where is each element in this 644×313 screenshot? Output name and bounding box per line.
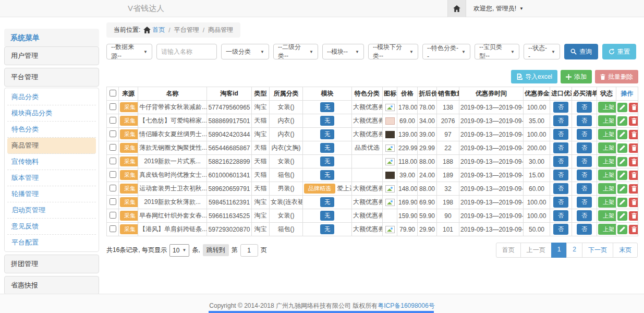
- batch-delete-button[interactable]: 批量删除: [595, 70, 638, 83]
- filter-select[interactable]: --模块--▼: [322, 44, 364, 59]
- status-button[interactable]: 上架: [598, 224, 616, 235]
- per-page-select[interactable]: 10 ▼: [169, 244, 189, 257]
- delete-button[interactable]: [629, 184, 638, 194]
- row-checkbox[interactable]: [110, 117, 116, 124]
- edit-button[interactable]: [617, 171, 627, 180]
- sidebar-group[interactable]: 省惠快报: [4, 276, 99, 295]
- data-source-select[interactable]: --数据来源-- ▼: [106, 44, 152, 59]
- sidebar-item[interactable]: 宣传物料: [7, 154, 96, 170]
- filter-select[interactable]: --特色分类--▼: [422, 44, 470, 59]
- delete-button[interactable]: [629, 198, 638, 207]
- sidebar-item[interactable]: 轮播管理: [7, 186, 96, 202]
- imported-toggle-button[interactable]: 否: [553, 170, 568, 180]
- pager-button[interactable]: 2: [566, 243, 582, 258]
- filter-select[interactable]: 一级分类▼: [221, 44, 269, 59]
- must-buy-toggle-button[interactable]: 否: [577, 210, 592, 221]
- must-buy-toggle-button[interactable]: 否: [577, 156, 592, 167]
- row-checkbox[interactable]: [110, 103, 116, 110]
- sidebar-item[interactable]: 商品管理: [7, 138, 96, 154]
- row-checkbox[interactable]: [110, 130, 116, 137]
- user-menu[interactable]: 欢迎您, 管理员! ▼: [466, 4, 531, 13]
- sidebar-item[interactable]: 模块商品分类: [7, 105, 96, 122]
- must-buy-toggle-button[interactable]: 否: [577, 129, 592, 140]
- pager-button[interactable]: 末页: [613, 243, 638, 258]
- imported-toggle-button[interactable]: 否: [553, 197, 568, 208]
- imported-toggle-button[interactable]: 否: [553, 224, 568, 235]
- status-button[interactable]: 上架: [598, 210, 616, 221]
- home-button[interactable]: [447, 0, 466, 17]
- row-checkbox[interactable]: [110, 171, 116, 178]
- imported-toggle-button[interactable]: 否: [553, 156, 568, 167]
- status-button[interactable]: 上架: [598, 197, 616, 208]
- filter-select[interactable]: --模块下分类--▼: [368, 44, 418, 59]
- reset-button[interactable]: 重置: [602, 44, 636, 59]
- edit-button[interactable]: [617, 103, 627, 112]
- breadcrumb-home-link[interactable]: 首页: [152, 26, 165, 34]
- sidebar-item[interactable]: 启动页管理: [7, 202, 96, 219]
- sidebar-group[interactable]: 用户管理: [4, 46, 99, 65]
- imported-toggle-button[interactable]: 否: [553, 115, 568, 126]
- delete-button[interactable]: [629, 116, 638, 126]
- sidebar-item[interactable]: 意见反馈: [7, 219, 96, 235]
- sidebar-item[interactable]: 特色分类: [7, 122, 96, 138]
- sidebar-group[interactable]: 平台管理: [4, 68, 99, 87]
- status-button[interactable]: 上架: [598, 156, 616, 167]
- status-button[interactable]: 上架: [598, 115, 616, 126]
- status-button[interactable]: 上架: [598, 170, 616, 180]
- must-buy-toggle-button[interactable]: 否: [577, 170, 592, 180]
- row-checkbox[interactable]: [110, 158, 116, 164]
- sidebar-item[interactable]: 版本管理: [7, 170, 96, 186]
- edit-button[interactable]: [617, 211, 627, 221]
- filter-select[interactable]: --状态--▼: [524, 44, 560, 59]
- imported-toggle-button[interactable]: 否: [553, 210, 568, 221]
- status-button[interactable]: 上架: [598, 142, 616, 153]
- edit-button[interactable]: [617, 130, 627, 139]
- edit-button[interactable]: [617, 143, 627, 153]
- must-buy-toggle-button[interactable]: 否: [577, 115, 592, 126]
- must-buy-toggle-button[interactable]: 否: [577, 142, 592, 153]
- select-all-checkbox[interactable]: [110, 90, 116, 97]
- must-buy-toggle-button[interactable]: 否: [577, 183, 592, 194]
- add-button[interactable]: 添加: [561, 70, 592, 83]
- edit-button[interactable]: [617, 198, 627, 207]
- pager-button[interactable]: 上一页: [520, 243, 552, 258]
- status-button[interactable]: 上架: [598, 102, 616, 113]
- delete-button[interactable]: [629, 157, 638, 166]
- delete-button[interactable]: [629, 143, 638, 153]
- jump-button[interactable]: 跳转到: [203, 244, 229, 256]
- edit-button[interactable]: [617, 157, 627, 166]
- edit-button[interactable]: [617, 184, 627, 194]
- must-buy-toggle-button[interactable]: 否: [577, 197, 592, 208]
- imported-toggle-button[interactable]: 否: [553, 129, 568, 140]
- row-checkbox[interactable]: [110, 225, 116, 232]
- name-input[interactable]: [156, 44, 217, 59]
- edit-button[interactable]: [617, 116, 627, 126]
- icp-link[interactable]: 粤ICP备16098006号: [378, 302, 434, 309]
- delete-button[interactable]: [629, 225, 638, 234]
- must-buy-toggle-button[interactable]: 否: [577, 102, 592, 113]
- imported-toggle-button[interactable]: 否: [553, 183, 568, 194]
- pager-button[interactable]: 下一页: [582, 243, 613, 258]
- search-button[interactable]: 查询: [564, 44, 598, 59]
- sidebar-group[interactable]: 拼团管理: [4, 255, 99, 273]
- delete-button[interactable]: [629, 171, 638, 180]
- imported-toggle-button[interactable]: 否: [553, 142, 568, 153]
- delete-button[interactable]: [629, 103, 638, 112]
- import-excel-button[interactable]: 导入excel: [511, 70, 557, 83]
- sidebar-item[interactable]: 商品分类: [7, 89, 96, 105]
- sidebar-item[interactable]: 平台配置: [7, 235, 96, 250]
- delete-button[interactable]: [629, 211, 638, 221]
- page-number-input[interactable]: [240, 244, 258, 257]
- row-checkbox[interactable]: [110, 144, 116, 151]
- filter-select[interactable]: --宝贝类型--▼: [475, 44, 519, 59]
- must-buy-toggle-button[interactable]: 否: [577, 224, 592, 235]
- row-checkbox[interactable]: [110, 212, 116, 219]
- pager-button[interactable]: 1: [551, 243, 567, 258]
- status-button[interactable]: 上架: [598, 129, 616, 140]
- pager-button[interactable]: 首页: [496, 243, 521, 258]
- delete-button[interactable]: [629, 130, 638, 139]
- status-button[interactable]: 上架: [598, 183, 616, 194]
- filter-select[interactable]: --二级分类--▼: [273, 44, 318, 59]
- edit-button[interactable]: [617, 225, 627, 234]
- row-checkbox[interactable]: [110, 185, 116, 191]
